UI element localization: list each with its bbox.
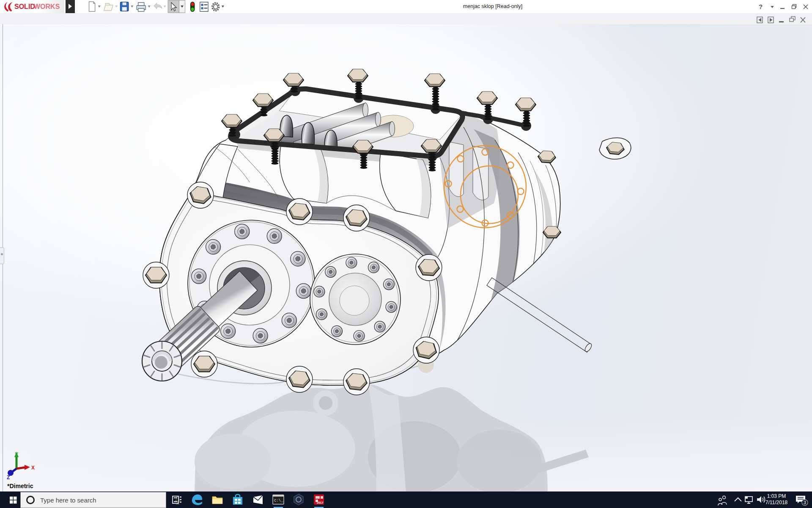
svg-text:X: X <box>31 465 35 471</box>
svg-text:2017: 2017 <box>317 501 324 504</box>
svg-text:WORKS: WORKS <box>34 3 60 10</box>
svg-text:?: ? <box>759 3 763 10</box>
svg-text:C:\_: C:\_ <box>274 499 283 503</box>
svg-text:3: 3 <box>804 500 806 505</box>
svg-text:SOLID: SOLID <box>14 3 35 10</box>
svg-text:Z: Z <box>7 475 10 480</box>
